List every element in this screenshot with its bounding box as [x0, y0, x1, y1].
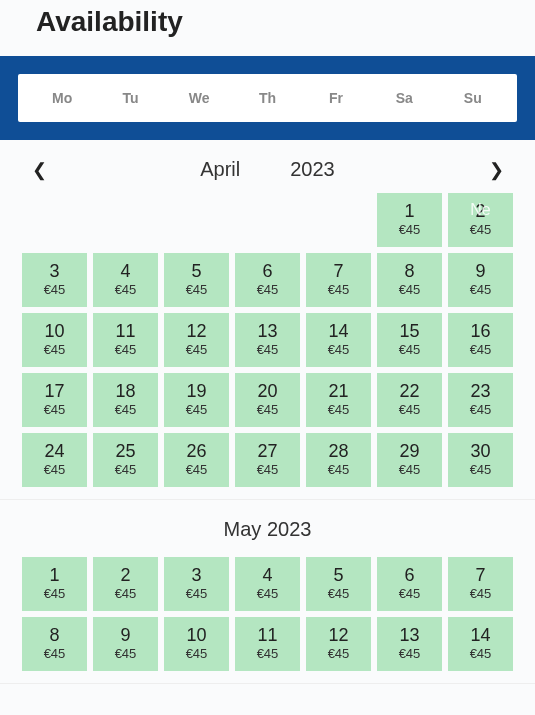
- day-cell[interactable]: 30€45: [448, 433, 513, 487]
- day-cell[interactable]: 25€45: [93, 433, 158, 487]
- next-month-button[interactable]: ❯: [483, 159, 509, 181]
- day-price: €45: [115, 402, 137, 418]
- day-cell[interactable]: 5€45: [164, 253, 229, 307]
- day-cell[interactable]: 10€45: [164, 617, 229, 671]
- day-price: €45: [328, 646, 350, 662]
- day-cell[interactable]: 6€45: [235, 253, 300, 307]
- day-price: €45: [470, 342, 492, 358]
- day-number: 15: [399, 322, 419, 342]
- day-number: 29: [399, 442, 419, 462]
- day-cell[interactable]: 1€45: [377, 193, 442, 247]
- day-price: €45: [44, 646, 66, 662]
- day-cell[interactable]: 8€45: [22, 617, 87, 671]
- day-number: 11: [115, 322, 135, 342]
- day-cell[interactable]: 12€45: [164, 313, 229, 367]
- weekday-label: Th: [233, 90, 301, 106]
- day-cell[interactable]: 6€45: [377, 557, 442, 611]
- weekday-header-band: MoTuWeThFrSaSu: [0, 56, 535, 140]
- day-number: 21: [328, 382, 348, 402]
- empty-cell: [235, 193, 300, 247]
- day-cell[interactable]: 23€45: [448, 373, 513, 427]
- day-cell[interactable]: 5€45: [306, 557, 371, 611]
- day-number: 19: [186, 382, 206, 402]
- day-price: €45: [257, 402, 279, 418]
- day-cell[interactable]: 14€45: [448, 617, 513, 671]
- day-number: 30: [470, 442, 490, 462]
- day-price: €45: [257, 586, 279, 602]
- day-number: 2: [475, 202, 485, 222]
- day-cell[interactable]: 4€45: [235, 557, 300, 611]
- day-number: 1: [49, 566, 59, 586]
- day-number: 28: [328, 442, 348, 462]
- day-cell[interactable]: 13€45: [235, 313, 300, 367]
- prev-month-button[interactable]: ❮: [26, 159, 52, 181]
- day-cell[interactable]: 17€45: [22, 373, 87, 427]
- day-cell[interactable]: 1€45: [22, 557, 87, 611]
- day-cell[interactable]: 4€45: [93, 253, 158, 307]
- day-cell[interactable]: 24€45: [22, 433, 87, 487]
- day-cell[interactable]: 21€45: [306, 373, 371, 427]
- day-cell[interactable]: 13€45: [377, 617, 442, 671]
- empty-cell: [306, 193, 371, 247]
- day-price: €45: [328, 402, 350, 418]
- day-cell[interactable]: 29€45: [377, 433, 442, 487]
- day-price: €45: [399, 342, 421, 358]
- day-price: €45: [470, 462, 492, 478]
- day-cell[interactable]: 20€45: [235, 373, 300, 427]
- day-price: €45: [186, 342, 208, 358]
- day-number: 17: [44, 382, 64, 402]
- month-section: May 20231€452€453€454€455€456€457€458€45…: [0, 500, 535, 684]
- day-price: €45: [399, 586, 421, 602]
- day-number: 6: [404, 566, 414, 586]
- day-number: 22: [399, 382, 419, 402]
- day-number: 10: [186, 626, 206, 646]
- day-cell[interactable]: 15€45: [377, 313, 442, 367]
- day-price: €45: [186, 586, 208, 602]
- day-price: €45: [399, 402, 421, 418]
- day-number: 23: [470, 382, 490, 402]
- day-number: 20: [257, 382, 277, 402]
- day-number: 5: [333, 566, 343, 586]
- day-cell[interactable]: 2€45: [93, 557, 158, 611]
- day-price: €45: [115, 462, 137, 478]
- chevron-right-icon: ❯: [489, 160, 504, 180]
- day-cell[interactable]: 12€45: [306, 617, 371, 671]
- day-cell[interactable]: 14€45: [306, 313, 371, 367]
- month-name: April: [200, 158, 240, 181]
- day-number: 14: [470, 626, 490, 646]
- day-cell[interactable]: 22€45: [377, 373, 442, 427]
- day-price: €45: [115, 282, 137, 298]
- day-price: €45: [399, 222, 421, 238]
- day-cell[interactable]: 28€45: [306, 433, 371, 487]
- day-number: 3: [49, 262, 59, 282]
- day-cell[interactable]: 16€45: [448, 313, 513, 367]
- day-cell[interactable]: 9€45: [448, 253, 513, 307]
- day-cell[interactable]: 3€45: [164, 557, 229, 611]
- day-number: 6: [262, 262, 272, 282]
- day-number: 1: [404, 202, 414, 222]
- day-cell[interactable]: 26€45: [164, 433, 229, 487]
- day-number: 3: [191, 566, 201, 586]
- day-number: 25: [115, 442, 135, 462]
- day-cell[interactable]: 11€45: [93, 313, 158, 367]
- month-label: May 2023: [22, 510, 513, 557]
- day-cell[interactable]: 7€45: [306, 253, 371, 307]
- month-label: April2023: [52, 158, 483, 181]
- day-cell[interactable]: 27€45: [235, 433, 300, 487]
- day-cell[interactable]: 2€45Ne: [448, 193, 513, 247]
- day-cell[interactable]: 19€45: [164, 373, 229, 427]
- day-cell[interactable]: 11€45: [235, 617, 300, 671]
- day-cell[interactable]: 8€45: [377, 253, 442, 307]
- day-price: €45: [44, 342, 66, 358]
- day-number: 12: [186, 322, 206, 342]
- day-price: €45: [399, 646, 421, 662]
- empty-cell: [22, 193, 87, 247]
- calendar-grid: 1€452€453€454€455€456€457€458€459€4510€4…: [22, 557, 513, 671]
- day-cell[interactable]: 9€45: [93, 617, 158, 671]
- day-cell[interactable]: 7€45: [448, 557, 513, 611]
- day-price: €45: [115, 586, 137, 602]
- day-number: 27: [257, 442, 277, 462]
- day-cell[interactable]: 18€45: [93, 373, 158, 427]
- day-cell[interactable]: 3€45: [22, 253, 87, 307]
- day-cell[interactable]: 10€45: [22, 313, 87, 367]
